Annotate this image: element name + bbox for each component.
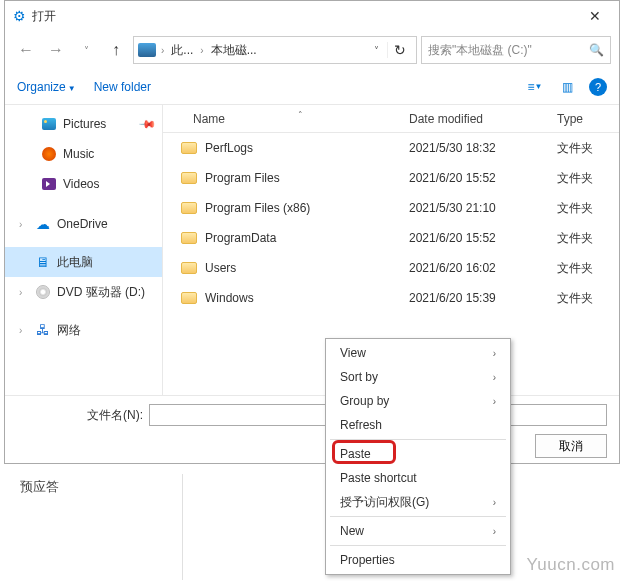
address-bar[interactable]: › 此... › 本地磁... ˅ ↻ bbox=[133, 36, 417, 64]
nav-up-button[interactable]: ↑ bbox=[103, 37, 129, 63]
file-type: 文件夹 bbox=[553, 230, 619, 247]
pin-icon: 📌 bbox=[137, 114, 156, 133]
drive-icon bbox=[138, 43, 156, 57]
menu-sortby[interactable]: Sort by› bbox=[326, 365, 510, 389]
file-row[interactable]: PerfLogs2021/5/30 18:32文件夹 bbox=[163, 133, 619, 163]
file-name: Program Files (x86) bbox=[205, 201, 409, 215]
file-name: PerfLogs bbox=[205, 141, 409, 155]
sidebar-item-dvd[interactable]: › DVD 驱动器 (D:) bbox=[5, 277, 162, 307]
preview-pane-button[interactable]: ▥ bbox=[553, 75, 581, 99]
organize-button[interactable]: Organize▼ bbox=[17, 80, 76, 94]
chevron-right-icon: › bbox=[493, 348, 496, 359]
file-date: 2021/6/20 15:52 bbox=[409, 171, 553, 185]
menu-new[interactable]: New› bbox=[326, 519, 510, 543]
chevron-right-icon: › bbox=[493, 396, 496, 407]
file-date: 2021/6/20 15:52 bbox=[409, 231, 553, 245]
dialog-title: 打开 bbox=[32, 8, 579, 25]
sidebar-item-pictures[interactable]: Pictures 📌 bbox=[5, 109, 162, 139]
dvd-icon bbox=[36, 285, 50, 299]
folder-icon bbox=[181, 262, 197, 274]
refresh-icon[interactable]: ↻ bbox=[387, 42, 412, 58]
watermark: Yuucn.com bbox=[526, 555, 615, 575]
menu-refresh[interactable]: Refresh bbox=[326, 413, 510, 437]
sidebar-item-onedrive[interactable]: › ☁ OneDrive bbox=[5, 209, 162, 239]
folder-icon bbox=[181, 232, 197, 244]
chevron-right-icon: › bbox=[158, 45, 167, 56]
menu-groupby[interactable]: Group by› bbox=[326, 389, 510, 413]
menu-view[interactable]: View› bbox=[326, 341, 510, 365]
chevron-right-icon: › bbox=[19, 325, 29, 336]
menu-separator bbox=[330, 439, 506, 440]
sidebar-item-thispc[interactable]: 🖥 此电脑 bbox=[5, 247, 162, 277]
sidebar: Pictures 📌 Music Videos › ☁ OneDrive 🖥 bbox=[5, 105, 163, 395]
file-date: 2021/5/30 18:32 bbox=[409, 141, 553, 155]
column-headers: Name ˄ Date modified Type bbox=[163, 105, 619, 133]
search-icon: 🔍 bbox=[589, 43, 604, 57]
file-row[interactable]: ProgramData2021/6/20 15:52文件夹 bbox=[163, 223, 619, 253]
pictures-icon bbox=[42, 118, 56, 130]
column-name[interactable]: Name ˄ bbox=[163, 112, 409, 126]
menu-separator bbox=[330, 545, 506, 546]
file-name: Users bbox=[205, 261, 409, 275]
pc-icon: 🖥 bbox=[35, 254, 51, 270]
breadcrumb-item[interactable]: 本地磁... bbox=[209, 42, 259, 59]
column-date[interactable]: Date modified bbox=[409, 112, 553, 126]
menu-grant-access[interactable]: 授予访问权限(G)› bbox=[326, 490, 510, 514]
bottom-bar: 文件名(N): 取消 bbox=[5, 395, 619, 466]
view-list-button[interactable]: ≡ ▼ bbox=[521, 75, 549, 99]
folder-icon bbox=[181, 172, 197, 184]
sort-asc-icon: ˄ bbox=[298, 110, 303, 120]
chevron-right-icon: › bbox=[19, 287, 29, 298]
file-date: 2021/6/20 15:39 bbox=[409, 291, 553, 305]
address-dropdown-icon[interactable]: ˅ bbox=[368, 45, 385, 56]
file-name: Windows bbox=[205, 291, 409, 305]
sidebar-item-network[interactable]: › 🖧 网络 bbox=[5, 315, 162, 345]
file-date: 2021/5/30 21:10 bbox=[409, 201, 553, 215]
file-type: 文件夹 bbox=[553, 140, 619, 157]
nav-forward-button[interactable]: → bbox=[43, 37, 69, 63]
open-dialog: ⚙ 打开 ✕ ← → ˅ ↑ › 此... › 本地磁... ˅ ↻ 搜索"本地… bbox=[4, 0, 620, 464]
help-button[interactable]: ? bbox=[589, 78, 607, 96]
chevron-right-icon: › bbox=[493, 497, 496, 508]
menu-properties[interactable]: Properties bbox=[326, 548, 510, 572]
folder-icon bbox=[181, 202, 197, 214]
toolbar: Organize▼ New folder ≡ ▼ ▥ ? bbox=[5, 69, 619, 105]
folder-icon bbox=[181, 292, 197, 304]
search-placeholder: 搜索"本地磁盘 (C:)" bbox=[428, 42, 589, 59]
context-menu: View› Sort by› Group by› Refresh Paste P… bbox=[325, 338, 511, 575]
file-row[interactable]: Windows2021/6/20 15:39文件夹 bbox=[163, 283, 619, 313]
chevron-right-icon: › bbox=[19, 219, 29, 230]
file-name: ProgramData bbox=[205, 231, 409, 245]
column-type[interactable]: Type bbox=[553, 112, 619, 126]
sidebar-item-music[interactable]: Music bbox=[5, 139, 162, 169]
menu-paste-shortcut[interactable]: Paste shortcut bbox=[326, 466, 510, 490]
file-type: 文件夹 bbox=[553, 200, 619, 217]
file-row[interactable]: Program Files (x86)2021/5/30 21:10文件夹 bbox=[163, 193, 619, 223]
network-icon: 🖧 bbox=[35, 322, 51, 338]
close-button[interactable]: ✕ bbox=[579, 4, 611, 28]
music-icon bbox=[42, 147, 56, 161]
menu-paste[interactable]: Paste bbox=[326, 442, 510, 466]
file-type: 文件夹 bbox=[553, 170, 619, 187]
nav-row: ← → ˅ ↑ › 此... › 本地磁... ˅ ↻ 搜索"本地磁盘 (C:)… bbox=[5, 31, 619, 69]
file-row[interactable]: Program Files2021/6/20 15:52文件夹 bbox=[163, 163, 619, 193]
breadcrumb-item[interactable]: 此... bbox=[169, 42, 195, 59]
chevron-right-icon: › bbox=[493, 526, 496, 537]
cancel-button[interactable]: 取消 bbox=[535, 434, 607, 458]
file-name: Program Files bbox=[205, 171, 409, 185]
file-type: 文件夹 bbox=[553, 260, 619, 277]
new-folder-button[interactable]: New folder bbox=[94, 80, 151, 94]
cloud-icon: ☁ bbox=[35, 216, 51, 232]
sidebar-item-videos[interactable]: Videos bbox=[5, 169, 162, 199]
nav-back-button[interactable]: ← bbox=[13, 37, 39, 63]
file-date: 2021/6/20 16:02 bbox=[409, 261, 553, 275]
folder-icon bbox=[181, 142, 197, 154]
gear-icon: ⚙ bbox=[13, 8, 26, 24]
videos-icon bbox=[42, 178, 56, 190]
chevron-right-icon: › bbox=[197, 45, 206, 56]
file-row[interactable]: Users2021/6/20 16:02文件夹 bbox=[163, 253, 619, 283]
vertical-divider bbox=[182, 474, 183, 580]
menu-separator bbox=[330, 516, 506, 517]
search-input[interactable]: 搜索"本地磁盘 (C:)" 🔍 bbox=[421, 36, 611, 64]
nav-recent-button[interactable]: ˅ bbox=[73, 37, 99, 63]
